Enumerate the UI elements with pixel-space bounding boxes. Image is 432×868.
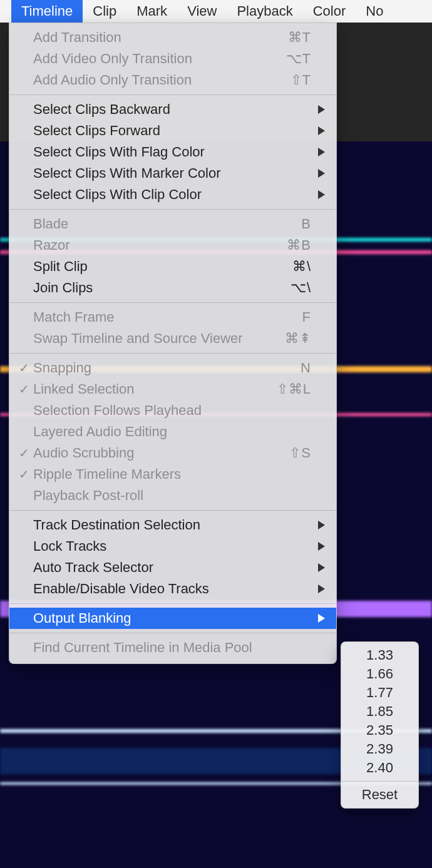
menu-divider bbox=[9, 209, 336, 210]
submenu-item-1-77[interactable]: 1.77 bbox=[341, 683, 418, 702]
menu-item-select-clips-forward[interactable]: Select Clips Forward bbox=[9, 120, 336, 141]
menu-item-label: Select Clips Backward bbox=[33, 101, 257, 118]
menu-item-label: Select Clips With Clip Color bbox=[33, 186, 257, 203]
menu-item-auto-track-selector[interactable]: Auto Track Selector bbox=[9, 557, 336, 578]
menu-divider bbox=[9, 633, 336, 633]
menu-item-playback-post-roll: Playback Post-roll bbox=[9, 485, 336, 506]
menu-item-label: Layered Audio Editing bbox=[33, 424, 257, 440]
menu-item-shortcut: ⌘\ bbox=[257, 258, 311, 275]
menu-item-shortcut: ⌥T bbox=[257, 51, 311, 67]
menu-item-join-clips[interactable]: Join Clips⌥\ bbox=[9, 277, 336, 299]
menu-item-label: Snapping bbox=[33, 360, 257, 376]
menu-item-label: Select Clips Forward bbox=[33, 123, 257, 139]
menu-item-label: Auto Track Selector bbox=[33, 559, 257, 576]
submenu-arrow-icon bbox=[311, 123, 325, 139]
submenu-divider bbox=[341, 781, 418, 782]
menu-item-label: Match Frame bbox=[33, 309, 257, 325]
menu-item-label: Playback Post-roll bbox=[33, 488, 257, 504]
menu-item-label: Output Blanking bbox=[33, 610, 257, 626]
submenu-arrow-icon bbox=[311, 581, 325, 597]
submenu-arrow-icon bbox=[311, 165, 325, 181]
menu-item-shortcut: N bbox=[257, 360, 311, 376]
submenu-arrow-icon bbox=[311, 186, 325, 203]
menu-item-shortcut: ⇧T bbox=[257, 72, 311, 88]
menubar-item-mark[interactable]: Mark bbox=[126, 0, 177, 23]
menu-item-label: Enable/Disable Video Tracks bbox=[33, 581, 257, 597]
menu-item-audio-scrubbing: ✓Audio Scrubbing⇧S bbox=[9, 442, 336, 464]
menu-divider bbox=[9, 302, 336, 303]
menu-item-label: Ripple Timeline Markers bbox=[33, 466, 257, 483]
submenu-arrow-icon bbox=[311, 144, 325, 160]
menu-item-split-clip[interactable]: Split Clip⌘\ bbox=[9, 256, 336, 277]
menu-item-select-clips-with-flag-color[interactable]: Select Clips With Flag Color bbox=[9, 141, 336, 163]
menubar-item-view[interactable]: View bbox=[177, 0, 227, 23]
menu-item-add-video-only-transition: Add Video Only Transition⌥T bbox=[9, 48, 336, 69]
menubar-item-clip[interactable]: Clip bbox=[83, 0, 126, 23]
menu-item-label: Razor bbox=[33, 237, 257, 253]
menu-item-label: Track Destination Selection bbox=[33, 517, 257, 533]
submenu-arrow-icon bbox=[311, 101, 325, 118]
menu-item-label: Select Clips With Marker Color bbox=[33, 165, 257, 181]
menu-item-track-destination-selection[interactable]: Track Destination Selection bbox=[9, 514, 336, 536]
menu-item-find-current-timeline-in-media-pool: Find Current Timeline in Media Pool bbox=[9, 637, 336, 658]
menu-item-label: Blade bbox=[33, 216, 257, 232]
menu-item-shortcut: B bbox=[257, 216, 311, 232]
menu-item-shortcut: ⇧S bbox=[257, 445, 311, 461]
menu-item-shortcut: ⌘T bbox=[257, 29, 311, 46]
menu-item-lock-tracks[interactable]: Lock Tracks bbox=[9, 536, 336, 557]
menu-item-select-clips-with-clip-color[interactable]: Select Clips With Clip Color bbox=[9, 184, 336, 205]
menu-item-linked-selection: ✓Linked Selection⇧⌘L bbox=[9, 379, 336, 400]
menu-item-shortcut: F bbox=[257, 309, 311, 325]
menu-item-label: Split Clip bbox=[33, 258, 257, 275]
submenu-item-2-35[interactable]: 2.35 bbox=[341, 721, 418, 740]
menu-item-ripple-timeline-markers: ✓Ripple Timeline Markers bbox=[9, 464, 336, 485]
menu-item-shortcut: ⇧⌘L bbox=[257, 381, 311, 397]
menu-item-snapping: ✓SnappingN bbox=[9, 357, 336, 379]
checkmark-icon: ✓ bbox=[14, 382, 33, 397]
menu-divider bbox=[9, 603, 336, 604]
menu-item-label: Add Transition bbox=[33, 29, 257, 46]
menu-item-select-clips-backward[interactable]: Select Clips Backward bbox=[9, 99, 336, 120]
menu-item-enable-disable-video-tracks[interactable]: Enable/Disable Video Tracks bbox=[9, 578, 336, 600]
menubar-item-color[interactable]: Color bbox=[303, 0, 356, 23]
menu-item-label: Lock Tracks bbox=[33, 538, 257, 554]
menu-item-label: Linked Selection bbox=[33, 381, 257, 397]
menubar: TimelineClipMarkViewPlaybackColorNo bbox=[0, 0, 432, 23]
menu-item-shortcut: ⌘B bbox=[257, 237, 311, 253]
menu-item-label: Swap Timeline and Source Viewer bbox=[33, 330, 257, 347]
menu-item-label: Select Clips With Flag Color bbox=[33, 144, 257, 160]
menu-item-razor: Razor⌘B bbox=[9, 235, 336, 256]
menu-divider bbox=[9, 94, 336, 95]
submenu-item-2-40[interactable]: 2.40 bbox=[341, 758, 418, 777]
menu-item-label: Audio Scrubbing bbox=[33, 445, 257, 461]
menu-divider bbox=[9, 353, 336, 354]
submenu-item-1-33[interactable]: 1.33 bbox=[341, 646, 418, 665]
menu-item-output-blanking[interactable]: Output Blanking bbox=[9, 608, 336, 629]
submenu-arrow-icon bbox=[311, 538, 325, 554]
submenu-item-2-39[interactable]: 2.39 bbox=[341, 740, 418, 758]
menubar-item-timeline[interactable]: Timeline bbox=[11, 0, 83, 23]
submenu-item-reset[interactable]: Reset bbox=[341, 785, 418, 804]
checkmark-icon: ✓ bbox=[14, 360, 33, 375]
menu-item-blade: BladeB bbox=[9, 213, 336, 235]
menu-item-label: Add Video Only Transition bbox=[33, 51, 257, 67]
menu-item-label: Add Audio Only Transition bbox=[33, 72, 257, 88]
menubar-item-playback[interactable]: Playback bbox=[227, 0, 302, 23]
submenu-arrow-icon bbox=[311, 559, 325, 576]
submenu-item-1-85[interactable]: 1.85 bbox=[341, 702, 418, 721]
submenu-item-1-66[interactable]: 1.66 bbox=[341, 665, 418, 683]
menu-item-label: Selection Follows Playhead bbox=[33, 402, 257, 419]
menu-item-swap-timeline-and-source-viewer: Swap Timeline and Source Viewer⌘⇞ bbox=[9, 328, 336, 349]
menu-item-shortcut: ⌥\ bbox=[257, 280, 311, 296]
menu-item-add-audio-only-transition: Add Audio Only Transition⇧T bbox=[9, 69, 336, 91]
checkmark-icon: ✓ bbox=[14, 446, 33, 461]
menubar-item-no[interactable]: No bbox=[356, 0, 393, 23]
output-blanking-submenu: 1.331.661.771.852.352.392.40Reset bbox=[341, 641, 419, 809]
menu-divider bbox=[9, 510, 336, 511]
menu-item-shortcut: ⌘⇞ bbox=[257, 330, 311, 347]
submenu-arrow-icon bbox=[311, 517, 325, 533]
menu-item-select-clips-with-marker-color[interactable]: Select Clips With Marker Color bbox=[9, 163, 336, 184]
menu-item-layered-audio-editing: Layered Audio Editing bbox=[9, 421, 336, 442]
checkmark-icon: ✓ bbox=[14, 467, 33, 482]
menu-item-add-transition: Add Transition⌘T bbox=[9, 27, 336, 48]
